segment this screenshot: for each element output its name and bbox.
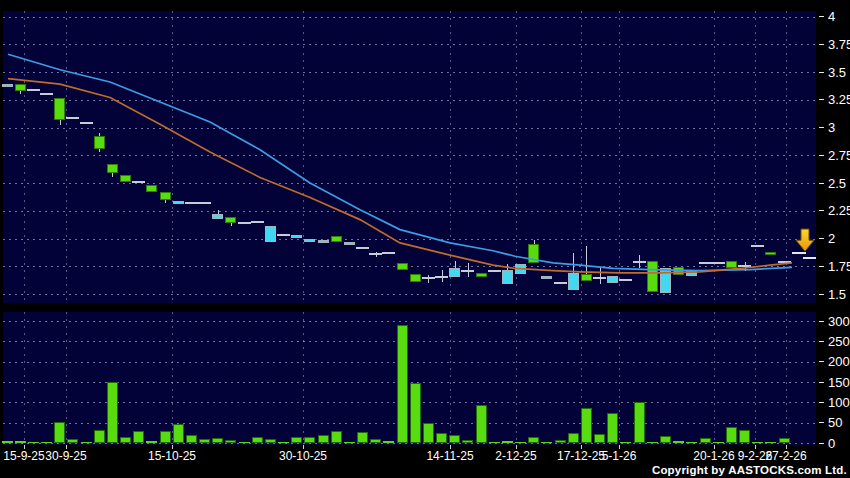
volume-bar [94,430,105,443]
candle-body-green [528,244,539,263]
volume-bar [739,430,750,443]
axis-tick-dash [819,361,824,362]
x-axis-date-label: 17-12-25 [557,449,605,463]
volume-bar [462,440,473,443]
date-gridline [66,11,67,303]
volume-bar [647,442,658,443]
candle-body-green [225,217,236,223]
candle-flat-dash [369,253,382,255]
volume-bar [28,442,39,443]
down-arrow-marker [796,229,814,251]
candle-body-green [160,192,171,200]
price-tick-text: 1.5 [828,287,846,302]
volume-bar [133,431,144,443]
price-tick-text: 3.75 [828,37,850,52]
candle-body-cyan [449,268,460,277]
volume-bar [265,439,276,443]
candle-body-cyan [212,214,223,218]
price-chart-panel[interactable] [3,11,816,303]
candle-body-cyan [515,264,526,274]
candle-flat-dash [554,282,567,284]
volume-tick-text: 300 [828,314,850,329]
volume-panel[interactable] [3,312,816,445]
price-gridline [3,155,816,156]
x-axis-date-label: 30-9-25 [45,449,86,463]
price-axis-label: 1.5 [819,287,846,302]
volume-bar [476,405,487,443]
date-gridline [714,11,715,303]
candle-body-cyan [541,276,552,279]
volume-bar [2,441,13,443]
volume-bar [594,434,605,443]
candle-body-cyan [2,84,13,87]
candle-flat-dash [198,202,211,204]
candle-flat-dash [132,181,145,183]
volume-gridline [3,362,816,363]
candle-flat-dash [461,270,474,272]
x-axis-date-label: 2-12-25 [495,449,536,463]
volume-bar [765,442,776,443]
volume-bar [581,408,592,443]
candle-flat-dash [619,279,632,281]
volume-tick-text: 250 [828,334,850,349]
price-gridline [3,17,816,18]
latest-price-dash [792,252,806,254]
latest-price-dash [803,257,816,259]
volume-bar [54,422,65,443]
candle-body-cyan [304,239,315,242]
volume-bar [607,413,618,443]
candle-body-green [476,273,487,277]
price-axis-label: 3.25 [819,92,850,107]
candle-flat-dash [712,262,725,264]
volume-bar [489,442,500,443]
candle-body-cyan [318,240,329,243]
price-axis-label: 4 [819,9,835,24]
volume-bar [713,442,724,443]
axis-tick-dash [819,443,824,444]
candle-body-green [397,263,408,270]
candle-flat-dash [277,234,290,236]
volume-bar [252,437,263,443]
volume-gridline [3,341,816,342]
candle-flat-dash [422,277,435,279]
candle-body-cyan [568,273,579,290]
price-gridline [3,211,816,212]
candle-flat-dash [80,122,93,124]
candle-body-green [726,261,737,269]
volume-bar [673,441,684,443]
volume-bar [436,433,447,443]
candle-flat-dash [251,221,264,223]
candle-body-cyan [502,270,513,284]
candle-body-green [331,236,342,242]
volume-bar [357,432,368,443]
volume-bar [173,424,184,443]
moving-average-overlay [3,11,816,303]
volume-gridline [3,443,816,444]
candle-body-green [673,267,684,275]
volume-bar [634,402,645,443]
candle-body-green [94,136,105,148]
candle-body-green [647,261,658,292]
volume-bar [107,382,118,443]
candle-body-cyan [607,276,618,283]
volume-bar [278,442,289,443]
x-axis-date-label: 15-10-25 [148,449,196,463]
volume-bar [752,442,763,443]
candle-body-green [410,274,421,282]
candle-flat-dash [40,93,53,95]
axis-tick-dash [819,341,824,342]
price-tick-text: 4 [828,9,835,24]
price-axis-label: 3 [819,120,835,135]
candle-flat-dash [382,252,395,254]
date-gridline [24,11,25,303]
volume-bar [120,437,131,443]
candle-body-cyan [265,226,276,242]
date-gridline [714,312,715,445]
volume-bar [186,435,197,443]
date-gridline [24,312,25,445]
candle-wick [600,268,601,284]
volume-bar [726,427,737,443]
candle-body-cyan [686,271,697,277]
volume-axis-label: 100 [819,395,850,410]
candle-flat-dash [633,261,646,263]
